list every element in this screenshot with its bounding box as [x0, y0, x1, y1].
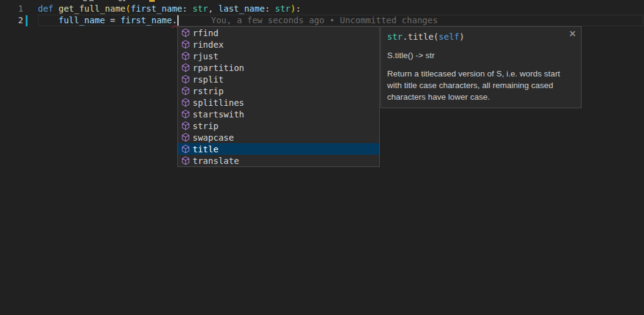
- suggest-item-label: rpartition: [193, 63, 244, 73]
- docs-description: Return a titlecased version of S, i.e. w…: [387, 68, 575, 103]
- suggest-item-label: rindex: [193, 40, 224, 50]
- method-icon: [181, 144, 190, 154]
- line-number-2[interactable]: 2: [0, 15, 23, 26]
- docs-summary: S.title() -> str: [387, 51, 575, 60]
- suggest-item-startswith[interactable]: startswith: [178, 108, 379, 120]
- clipped-text-fragment: [83, 0, 87, 1]
- method-icon: [181, 28, 190, 37]
- line-number-1[interactable]: 1: [0, 3, 23, 15]
- method-icon: [181, 109, 190, 119]
- method-icon: [181, 156, 190, 165]
- suggest-item-label: rfind: [193, 28, 218, 38]
- suggest-item-rfind[interactable]: rfind: [178, 27, 379, 39]
- method-icon: [181, 51, 190, 61]
- code-line-1[interactable]: def get_full_name(first_name: str, last_…: [38, 3, 301, 15]
- suggest-item-label: rsplit: [193, 75, 224, 84]
- clipped-symbol-fragment: [149, 0, 155, 2]
- suggest-item-label: translate: [193, 156, 239, 166]
- suggest-item-swapcase[interactable]: swapcase: [178, 132, 379, 143]
- method-icon: [181, 75, 190, 84]
- method-icon: [181, 98, 190, 107]
- suggest-docs-popup: str.title(self) ✕ S.title() -> str Retur…: [380, 26, 582, 108]
- method-icon: [181, 133, 190, 142]
- clipped-text-fragment: [89, 0, 94, 1]
- suggest-item-rpartition[interactable]: rpartition: [178, 62, 379, 73]
- suggest-item-label: splitlines: [193, 98, 244, 108]
- method-icon: [181, 63, 190, 72]
- method-icon: [181, 121, 190, 130]
- suggest-widget: rfind rindex rjust rpartition rsplit rst…: [177, 26, 380, 167]
- vscode-editor: { "editor": { "background": "#212121", "…: [0, 0, 644, 315]
- suggest-item-translate[interactable]: translate: [178, 155, 379, 166]
- clipped-text-fragment: [123, 0, 125, 1]
- suggest-item-label: rjust: [193, 51, 218, 61]
- text-cursor: [177, 15, 179, 26]
- suggest-item-strip[interactable]: strip: [178, 120, 379, 132]
- method-icon: [181, 86, 190, 95]
- suggest-item-label: rstrip: [193, 86, 224, 96]
- suggest-item-label: strip: [193, 121, 218, 131]
- method-icon: [181, 40, 190, 49]
- suggest-item-rindex[interactable]: rindex: [178, 39, 379, 50]
- suggest-item-label: title: [193, 144, 218, 154]
- suggest-item-title[interactable]: title: [178, 143, 379, 155]
- clipped-text-fragment: [119, 0, 122, 1]
- suggest-item-label: swapcase: [193, 133, 234, 143]
- blame-annotation: You, a few seconds ago • Uncommitted cha…: [211, 15, 438, 26]
- suggest-item-rjust[interactable]: rjust: [178, 50, 379, 62]
- git-modified-indicator: [26, 15, 28, 26]
- suggest-item-label: startswith: [193, 109, 244, 119]
- suggest-list: rfind rindex rjust rpartition rsplit rst…: [178, 27, 379, 166]
- suggest-item-rsplit[interactable]: rsplit: [178, 73, 379, 85]
- close-icon[interactable]: ✕: [569, 28, 576, 39]
- method-signature: str.title(self): [387, 31, 575, 43]
- suggest-item-rstrip[interactable]: rstrip: [178, 85, 379, 97]
- code-line-2[interactable]: full_name = first_name.: [38, 15, 177, 26]
- suggest-item-splitlines[interactable]: splitlines: [178, 97, 379, 108]
